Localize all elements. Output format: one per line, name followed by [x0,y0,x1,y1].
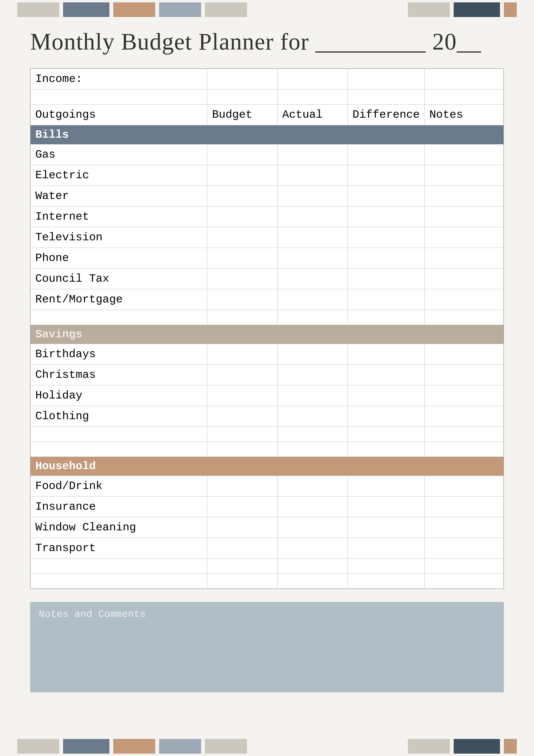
household-label: Household [30,457,504,476]
row-window-cleaning-label: Window Cleaning [30,517,207,538]
row-electric-actual [277,165,347,186]
row-phone-diff [348,248,425,269]
row-gas-budget [207,145,277,165]
row-electric-label: Electric [30,165,207,186]
row-water-label: Water [30,186,207,206]
table-row: Food/Drink [30,476,504,497]
row-internet-label: Internet [30,206,207,227]
savings-empty-row-2 [30,442,504,457]
row-food-drink-actual [277,476,347,497]
row-internet-notes [425,206,504,227]
notes-box: Notes and Comments [30,602,504,692]
household-section-header: Household [30,457,504,476]
top-block-3 [113,2,155,17]
table-row: Clothing [30,406,504,427]
top-block-spacer [251,2,408,17]
income-empty-row [30,90,504,104]
table-row: Rent/Mortgage [30,289,504,310]
row-transport-label: Transport [30,538,207,558]
savings-label: Savings [30,325,504,344]
row-rent-mortgage-actual [277,289,347,310]
top-block-2 [63,2,109,17]
bottom-color-bar [0,737,534,756]
row-insurance-notes [425,497,504,517]
row-internet-actual [277,206,347,227]
bottom-block-8 [504,739,517,754]
row-television-budget [207,227,277,248]
savings-empty-row-1 [30,427,504,442]
budget-table-container: Income: Outgoings Budget Actual Differen… [30,68,504,589]
row-holiday-notes [425,385,504,406]
row-rent-mortgage-diff [348,289,425,310]
row-transport-diff [348,538,425,558]
row-council-tax-budget [207,269,277,289]
row-television-notes [425,227,504,248]
col-outgoings-header: Outgoings [30,104,207,125]
row-food-drink-label: Food/Drink [30,476,207,497]
row-holiday-label: Holiday [30,385,207,406]
row-holiday-budget [207,385,277,406]
row-insurance-diff [348,497,425,517]
bottom-block-5 [205,739,247,754]
income-notes [425,68,504,90]
table-row: Internet [30,206,504,227]
row-christmas-budget [207,364,277,385]
top-block-6 [408,2,450,17]
table-row: Birthdays [30,344,504,364]
row-birthdays-label: Birthdays [30,344,207,364]
row-window-cleaning-actual [277,517,347,538]
row-electric-diff [348,165,425,186]
row-christmas-actual [277,364,347,385]
row-phone-label: Phone [30,248,207,269]
table-row: Council Tax [30,269,504,289]
row-phone-actual [277,248,347,269]
column-header-row: Outgoings Budget Actual Difference Notes [30,104,504,125]
row-food-drink-diff [348,476,425,497]
title-area: Monthly Budget Planner for _________ 20_… [30,28,504,55]
bottom-block-2 [63,739,109,754]
top-block-5 [205,2,247,17]
row-television-diff [348,227,425,248]
row-gas-label: Gas [30,145,207,165]
row-window-cleaning-budget [207,517,277,538]
col-budget-header: Budget [207,104,277,125]
income-diff [348,68,425,90]
table-row: Window Cleaning [30,517,504,538]
bottom-block-7 [454,739,500,754]
row-christmas-label: Christmas [30,364,207,385]
row-rent-mortgage-label: Rent/Mortgage [30,289,207,310]
row-christmas-diff [348,364,425,385]
income-budget [207,68,277,90]
household-empty-row-2 [30,574,504,589]
bottom-block-1 [17,739,59,754]
top-block-4 [159,2,201,17]
row-gas-diff [348,145,425,165]
row-phone-budget [207,248,277,269]
table-row: Electric [30,165,504,186]
row-phone-notes [425,248,504,269]
savings-section-header: Savings [30,325,504,344]
row-television-label: Television [30,227,207,248]
row-holiday-actual [277,385,347,406]
col-actual-header: Actual [277,104,347,125]
table-row: Water [30,186,504,206]
bottom-block-4 [159,739,201,754]
row-gas-actual [277,145,347,165]
row-insurance-budget [207,497,277,517]
table-row: Christmas [30,364,504,385]
row-birthdays-diff [348,344,425,364]
row-council-tax-actual [277,269,347,289]
row-food-drink-budget [207,476,277,497]
income-label: Income: [30,68,207,90]
row-electric-budget [207,165,277,186]
row-birthdays-notes [425,344,504,364]
top-color-bar [0,0,534,19]
table-row: Holiday [30,385,504,406]
bills-section-header: Bills [30,125,504,145]
row-water-diff [348,186,425,206]
row-water-budget [207,186,277,206]
row-window-cleaning-notes [425,517,504,538]
bottom-block-6 [408,739,450,754]
table-row: Insurance [30,497,504,517]
row-christmas-notes [425,364,504,385]
